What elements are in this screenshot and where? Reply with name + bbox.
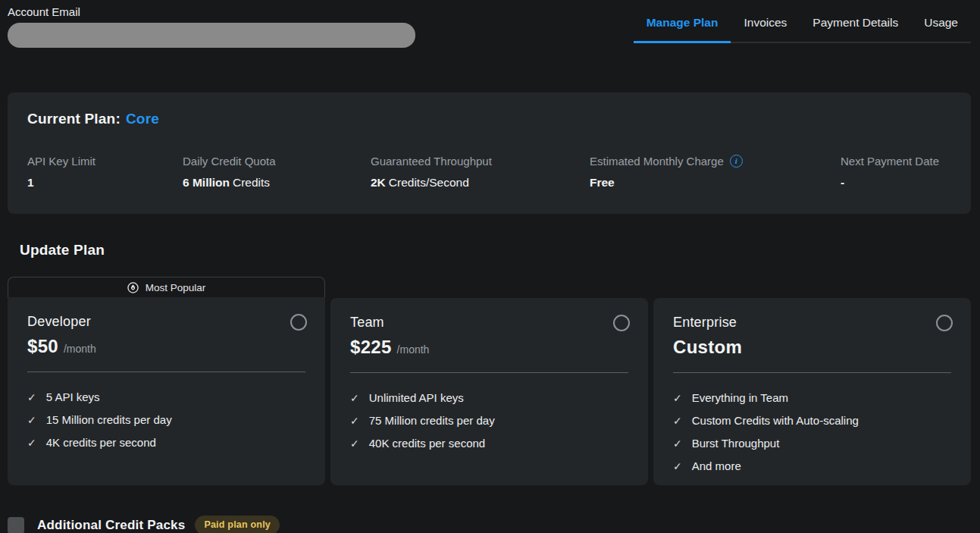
plan-period: /month <box>397 343 430 356</box>
additional-credit-packs-checkbox[interactable] <box>8 517 24 533</box>
plan-divider <box>350 372 628 373</box>
current-plan-name: Core <box>126 111 159 127</box>
additional-credit-packs-label: Additional Credit Packs <box>37 518 185 533</box>
check-icon: ✓ <box>673 393 682 403</box>
stat-daily-credit-quota: Daily Credit Quota 6 MillionCredits <box>183 155 371 190</box>
check-icon: ✓ <box>350 393 359 403</box>
current-plan-title-prefix: Current Plan: <box>27 111 121 127</box>
current-plan-card: Current Plan:Core API Key Limit 1 Daily … <box>8 92 971 214</box>
additional-credit-packs-row: Additional Credit Packs Paid plan only <box>8 516 980 533</box>
info-icon[interactable]: i <box>730 155 743 168</box>
plan-feature: ✓ And more <box>673 459 953 472</box>
check-icon: ✓ <box>27 392 36 403</box>
plan-price: $225 <box>350 337 392 358</box>
plan-period: /month <box>64 343 96 355</box>
plans-row: Most Popular Developer $50 /month ✓ 5 AP… <box>8 277 971 485</box>
stat-api-key-limit: API Key Limit 1 <box>27 155 183 190</box>
check-icon: ✓ <box>27 437 36 448</box>
header: Account Email Manage Plan Invoices Payme… <box>0 0 980 45</box>
check-icon: ✓ <box>673 415 682 426</box>
plan-feature: ✓ 4K credits per second <box>27 436 307 449</box>
current-plan-title: Current Plan:Core <box>27 111 951 127</box>
account-email-block: Account Email <box>8 5 415 48</box>
tab-invoices[interactable]: Invoices <box>731 0 800 43</box>
stat-next-payment-date: Next Payment Date - <box>841 155 951 190</box>
plan-feature: ✓ Everything in Team <box>673 391 953 404</box>
account-email-input[interactable] <box>8 23 415 48</box>
plan-name: Team <box>350 315 630 331</box>
plan-feature: ✓ 40K credits per second <box>350 437 630 450</box>
plan-radio-developer[interactable] <box>290 314 307 331</box>
check-icon: ✓ <box>350 415 359 426</box>
plan-feature: ✓ 5 API keys <box>27 390 307 403</box>
plan-feature: ✓ Burst Throughput <box>673 437 953 450</box>
update-plan-heading: Update Plan <box>20 242 980 259</box>
plan-name: Developer <box>27 314 307 330</box>
tab-manage-plan[interactable]: Manage Plan <box>634 0 731 43</box>
account-email-label: Account Email <box>8 5 415 18</box>
plan-feature: ✓ 15 Million credits per day <box>27 413 307 426</box>
plan-card-developer[interactable]: Most Popular Developer $50 /month ✓ 5 AP… <box>8 277 325 485</box>
plan-price: Custom <box>673 337 742 358</box>
plan-card-enterprise[interactable]: Enterprise Custom ✓ Everything in Team ✓… <box>653 298 971 485</box>
tab-usage[interactable]: Usage <box>911 0 971 43</box>
tab-payment-details[interactable]: Payment Details <box>800 0 911 43</box>
tab-bar: Manage Plan Invoices Payment Details Usa… <box>634 0 971 43</box>
check-icon: ✓ <box>350 438 359 449</box>
check-icon: ✓ <box>673 438 682 449</box>
stat-estimated-monthly-charge: Estimated Monthly Charge i Free <box>590 155 841 190</box>
plan-feature: ✓ 75 Million credits per day <box>350 414 630 427</box>
most-popular-label: Most Popular <box>146 282 206 293</box>
fire-icon <box>127 282 139 293</box>
most-popular-badge: Most Popular <box>8 277 325 297</box>
plan-divider <box>27 372 305 372</box>
stat-guaranteed-throughput: Guaranteed Throughput 2KCredits/Second <box>371 155 590 190</box>
plan-radio-enterprise[interactable] <box>936 315 953 331</box>
plan-price: $50 <box>27 336 58 357</box>
check-icon: ✓ <box>673 461 682 472</box>
plan-radio-team[interactable] <box>613 315 630 331</box>
current-plan-stats: API Key Limit 1 Daily Credit Quota 6 Mil… <box>27 155 951 190</box>
plan-feature: ✓ Unlimited API keys <box>350 391 630 404</box>
plan-divider <box>673 372 951 373</box>
plan-card-team[interactable]: Team $225 /month ✓ Unlimited API keys ✓ … <box>330 298 648 485</box>
check-icon: ✓ <box>27 415 36 425</box>
plan-feature: ✓ Custom Credits with Auto-scaling <box>673 414 953 427</box>
plan-name: Enterprise <box>673 315 953 331</box>
paid-plan-only-badge: Paid plan only <box>195 516 280 533</box>
